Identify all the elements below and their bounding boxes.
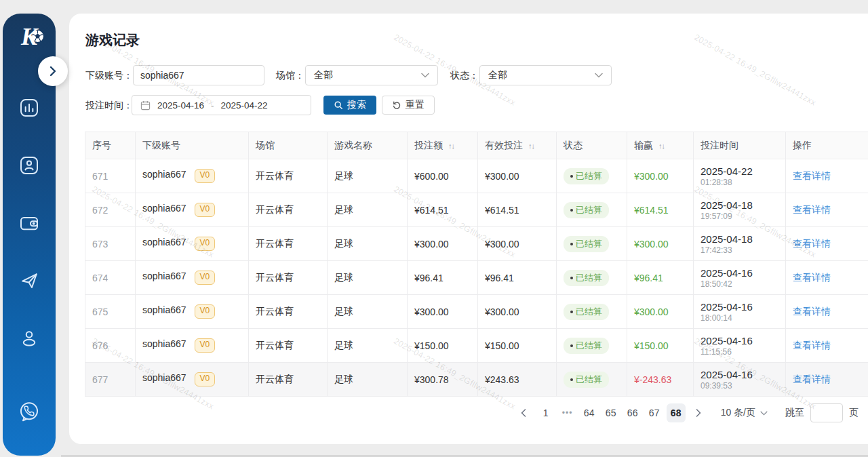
venue-select[interactable]: 全部 [305,65,438,85]
status-badge: 已结算 [564,202,609,218]
search-button[interactable]: 搜索 [323,96,376,115]
jump-page-input[interactable] [810,403,843,422]
table-row: 676 sophia667 V0 开云体育 足球 ¥150.00 ¥150.00… [85,329,868,363]
sidebar-item-members[interactable] [18,155,40,179]
sidebar-item-profile[interactable] [18,327,40,352]
status-cell: 已结算 [557,295,627,329]
vip-level-badge: V0 [195,237,216,251]
bet-date: 2025-04-16 [701,301,778,313]
bet-amount-cell: ¥614.51 [408,193,478,227]
valid-bet-cell: ¥150.00 [478,329,557,363]
bet-date: 2025-04-16 [701,335,778,346]
action-cell: 查看详情 [786,261,868,295]
account-cell: sophia667 V0 [136,159,249,193]
reset-icon [392,100,401,110]
view-details-link[interactable]: 查看详情 [793,238,831,249]
sidebar-item-wallet[interactable] [18,212,40,237]
view-details-link[interactable]: 查看详情 [793,272,831,283]
account-filter-label: 下级账号： [85,65,133,85]
column-header-winloss[interactable]: 输赢↑↓ [627,132,694,159]
bet-time-cell: 2025-04-16 18:00:14 [694,295,786,329]
bet-amount-cell: ¥300.00 [408,227,478,261]
status-cell: 已结算 [557,227,627,261]
bet-time-cell: 2025-04-18 17:42:33 [694,227,786,261]
status-select[interactable]: 全部 [479,65,612,85]
sidebar: K [3,14,56,456]
venue-cell: 开云体育 [249,329,328,363]
action-cell: 查看详情 [786,159,868,193]
vip-level-badge: V0 [195,304,216,319]
column-header-venue: 场馆 [249,132,328,159]
sidebar-item-reports[interactable] [18,97,40,121]
bet-amount-cell: ¥600.00 [408,159,478,193]
account-name: sophia667 [142,237,186,247]
page-button-68[interactable]: 68 [667,403,686,422]
column-header-account: 下级账号 [136,132,249,159]
table-row: 675 sophia667 V0 开云体育 足球 ¥300.00 ¥300.00… [85,295,868,329]
view-details-link[interactable]: 查看详情 [793,170,831,181]
pagination-ellipsis: ••• [558,403,577,422]
seq-cell: 672 [85,193,136,227]
action-cell: 查看详情 [786,295,868,329]
venue-cell: 开云体育 [249,193,328,227]
seq-cell: 671 [85,159,136,193]
winloss-cell: ¥-243.63 [627,363,694,397]
venue-select-value: 全部 [314,69,333,81]
column-header-bet[interactable]: 投注额↑↓ [408,132,478,159]
sort-icon[interactable]: ↑↓ [448,142,454,150]
bet-time-cell: 2025-04-16 09:39:53 [694,363,786,397]
status-badge: 已结算 [564,168,609,184]
winloss-cell: ¥300.00 [627,159,694,193]
bet-clock: 09:39:53 [701,381,778,391]
sidebar-expand-button[interactable] [38,56,68,86]
venue-cell: 开云体育 [249,295,328,329]
column-label: 下级账号 [142,140,180,151]
page-button-1[interactable]: 1 [536,403,555,422]
view-details-link[interactable]: 查看详情 [793,374,831,384]
column-label: 状态 [564,140,583,151]
bet-amount-cell: ¥150.00 [408,329,478,363]
game-cell: 足球 [328,227,408,261]
vip-level-badge: V0 [195,338,216,353]
page-button-67[interactable]: 67 [645,403,664,422]
column-label: 有效投注 [485,140,523,151]
page-size-select[interactable]: 10 条/页 [721,407,768,419]
seq-cell: 673 [85,227,136,261]
view-details-link[interactable]: 查看详情 [793,204,831,215]
column-header-valid[interactable]: 有效投注↑↓ [478,132,557,159]
table-row: 673 sophia667 V0 开云体育 足球 ¥300.00 ¥300.00… [85,227,868,261]
customer-service-icon [18,400,41,423]
account-name: sophia667 [142,271,186,281]
sidebar-item-promotion[interactable] [18,270,40,294]
account-name: sophia667 [142,304,186,315]
account-name: sophia667 [142,372,186,383]
bet-clock: 01:28:38 [701,178,778,187]
bet-clock: 18:50:42 [701,279,778,289]
account-cell: sophia667 V0 [136,261,249,295]
date-range-picker[interactable]: 2025-04-16 - 2025-04-22 [132,95,311,115]
status-dot-icon [570,378,573,381]
game-cell: 足球 [328,159,408,193]
action-cell: 查看详情 [786,227,868,261]
next-page-button[interactable] [690,403,707,422]
sidebar-item-service[interactable] [18,400,41,426]
status-dot-icon [570,311,573,313]
page-size-value: 10 条/页 [721,407,755,419]
view-details-link[interactable]: 查看详情 [793,340,831,351]
valid-bet-cell: ¥300.00 [478,159,557,193]
sort-icon[interactable]: ↑↓ [528,142,534,150]
status-badge: 已结算 [564,338,609,354]
account-input[interactable] [133,65,264,85]
view-details-link[interactable]: 查看详情 [793,306,831,317]
page-button-64[interactable]: 64 [580,403,599,422]
reset-button[interactable]: 重置 [382,96,435,115]
bet-date: 2025-04-16 [701,267,778,279]
prev-page-button[interactable] [515,403,532,422]
page-button-66[interactable]: 66 [623,403,642,422]
status-dot-icon [570,175,573,178]
seq-cell: 676 [85,329,136,363]
account-cell: sophia667 V0 [136,295,249,329]
sort-icon[interactable]: ↑↓ [658,142,665,150]
page-button-65[interactable]: 65 [601,403,620,422]
action-cell: 查看详情 [786,363,868,397]
